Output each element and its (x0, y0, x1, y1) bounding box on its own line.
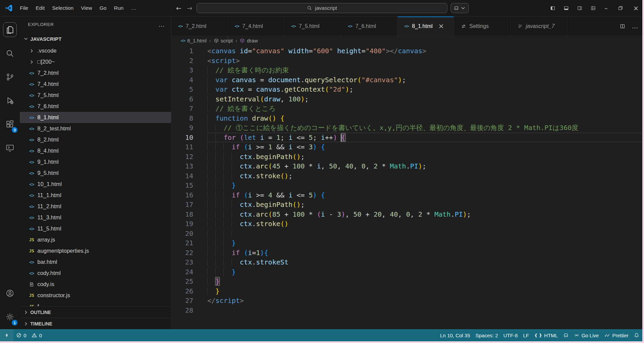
tree-item[interactable]: <>11_5.html (20, 223, 171, 234)
cursor-position[interactable]: Ln 10, Col 35 (437, 329, 473, 341)
editor[interactable]: 1<canvas id="canvas" width="600" height=… (171, 45, 644, 329)
code-line[interactable]: 22 if (i=1){ (171, 248, 644, 258)
indentation[interactable]: Spaces: 2 (473, 329, 501, 341)
menu-selection[interactable]: Selection (48, 0, 77, 16)
tree-item[interactable]: <>7_2.html (20, 67, 171, 79)
prettier[interactable]: ✓✓Prettier (602, 329, 631, 341)
tree-item[interactable]: JSarray.js (20, 234, 171, 245)
tree-item[interactable]: .vscode (20, 45, 171, 56)
notifications[interactable] (631, 329, 642, 341)
code-line[interactable]: 9 // ①ここに絵を描くためのコードを書いていく。x,y,円の半径、最初の角度… (171, 123, 644, 133)
minimize-button[interactable]: – (605, 5, 608, 11)
layout-button[interactable] (590, 5, 596, 11)
menu-edit[interactable]: Edit (32, 0, 48, 16)
tree-item[interactable]: <>9_5.html (20, 167, 171, 179)
tree-item[interactable]: <>7_5.html (20, 90, 171, 101)
tree-item[interactable]: □[200~ (20, 56, 171, 67)
code-line[interactable]: 14 ctx.stroke(); (171, 171, 644, 181)
breadcrumb-item[interactable]: script (214, 38, 233, 43)
tree-item[interactable]: <>8_2_test.html (20, 123, 171, 134)
tab-7_6.html[interactable]: <>7_6.html (341, 17, 398, 36)
code-line[interactable]: 2<script> (171, 56, 644, 66)
menu-more[interactable]: … (127, 0, 140, 16)
encoding[interactable]: UTF-8 (501, 329, 520, 341)
warnings[interactable]: 0 (29, 329, 44, 341)
panel-bottom-button[interactable] (564, 5, 569, 11)
errors[interactable]: 0 (13, 329, 29, 341)
tree-item[interactable]: <>10_1.html (20, 179, 171, 190)
explorer-actions-icon[interactable]: … (159, 21, 165, 28)
code-line[interactable]: 28 (171, 306, 644, 315)
code-line[interactable]: 25 } (171, 277, 644, 286)
activity-item-remote-explorer[interactable] (0, 136, 20, 159)
tree-item[interactable]: JSaugmentptoperties.js (20, 245, 171, 256)
go-live[interactable]: Go Live (571, 329, 602, 341)
command-center-search[interactable]: javascript (197, 3, 447, 13)
tab-7_4.html[interactable]: <>7_4.html (228, 17, 284, 36)
tree-item[interactable]: <>8_2.html (20, 134, 171, 145)
menu-run[interactable]: Run (110, 0, 127, 16)
ellipsis-button[interactable]: … (632, 23, 638, 29)
remote-indicator[interactable] (0, 329, 13, 341)
code-line[interactable]: 7 // 絵を書くところ (171, 104, 644, 114)
tree-item[interactable]: <>7_6.html (20, 101, 171, 112)
tree-item[interactable]: <>7_4.html (20, 79, 171, 90)
language-mode[interactable]: { }HTML (532, 329, 561, 341)
code-line[interactable]: 21 } (171, 238, 644, 248)
tab-7_5.html[interactable]: <>7_5.html (284, 17, 341, 36)
code-line[interactable]: 20 (171, 229, 644, 239)
close-button[interactable]: × (633, 5, 639, 11)
tree-item[interactable]: <>bar.html (20, 256, 171, 268)
tree-item[interactable]: <>cody.html (20, 268, 171, 279)
panel-left-button[interactable] (550, 5, 555, 11)
tree-item[interactable]: <>11_2.html (20, 201, 171, 212)
code-line[interactable]: 5 var ctx = canvas.getContext("2d"); (171, 85, 644, 94)
activity-item-extensions[interactable]: 3 (0, 112, 20, 136)
tab-7_2.html[interactable]: <>7_2.html (171, 17, 228, 36)
menu-view[interactable]: View (77, 0, 96, 16)
code-line[interactable]: 13 ctx.arc(45 + 100 * i, 50, 40, 0, 2 * … (171, 161, 644, 171)
tree-item[interactable]: <>9_1.html (20, 156, 171, 167)
code-line[interactable]: 4 var canvas = document.querySelector("#… (171, 75, 644, 85)
tree-item[interactable]: <>11_1.html (20, 190, 171, 201)
code-line[interactable]: 17 ctx.beginPath(); (171, 200, 644, 210)
tree-item[interactable]: JSf (20, 301, 171, 306)
tree-item[interactable]: <>8_1.html (20, 112, 171, 123)
copilot-status[interactable] (561, 329, 571, 341)
activity-item-accounts[interactable] (0, 281, 20, 305)
tab-javascript_7[interactable]: javascript_7 (511, 17, 567, 36)
tree-item[interactable]: cody.is (20, 279, 171, 290)
tab-8_1.html[interactable]: <>8_1.html× (398, 17, 454, 36)
code-line[interactable]: 27</script> (171, 296, 644, 306)
activity-item-run-and-debug[interactable] (0, 89, 20, 112)
code-line[interactable]: 10 for (let i = 1; i <= 5; i++) { (171, 133, 644, 143)
code-line[interactable]: 16 if (i >= 4 && i <= 5) { (171, 190, 644, 200)
tree-item[interactable]: <>11_3.html (20, 212, 171, 223)
menu-go[interactable]: Go (96, 0, 110, 16)
breadcrumb-item[interactable]: draw (240, 38, 258, 43)
panel-right-button[interactable] (577, 5, 582, 11)
tree-item[interactable]: JSconstructor.js (20, 290, 171, 301)
activity-item-explorer[interactable] (0, 18, 20, 41)
code-line[interactable]: 8 function draw() { (171, 114, 644, 123)
minimap[interactable] (606, 47, 639, 78)
restore-button[interactable] (618, 5, 623, 11)
code-line[interactable]: 15 } (171, 181, 644, 190)
activity-item-manage[interactable]: 1 (0, 305, 20, 329)
code-line[interactable]: 23 ctx.strokeSt (171, 257, 644, 267)
code-line[interactable]: 6 setInterval(draw, 100); (171, 94, 644, 104)
tab-settings[interactable]: Settings (454, 17, 511, 36)
split-editor-button[interactable] (620, 24, 625, 29)
forward-icon[interactable]: → (186, 4, 193, 12)
breadcrumb-item[interactable]: <>8_1.html (181, 38, 207, 43)
code-line[interactable]: 3 // 絵を書く時のお約束 (171, 65, 644, 75)
code-line[interactable]: 12 ctx.beginPath(); (171, 152, 644, 162)
code-line[interactable]: 11 if (i >= 1 && i <= 3) { (171, 142, 644, 152)
menu-file[interactable]: File (16, 0, 32, 16)
close-icon[interactable]: × (438, 23, 444, 30)
tree-item[interactable]: <>8_4.html (20, 145, 171, 156)
activity-item-search[interactable] (0, 41, 20, 65)
activity-item-source-control[interactable] (0, 65, 20, 89)
code-line[interactable]: 1<canvas id="canvas" width="600" height=… (171, 46, 644, 56)
pane-timeline[interactable]: TIMELINE (20, 318, 171, 329)
